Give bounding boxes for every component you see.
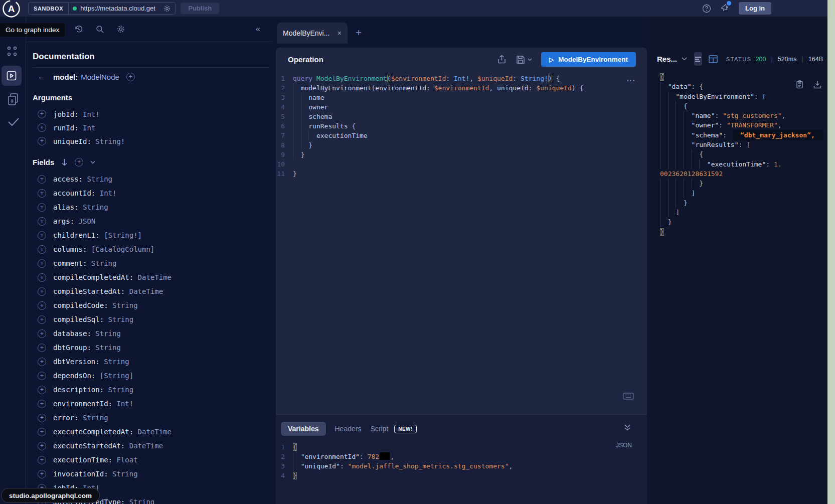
field-row[interactable]: +error: String [26, 411, 272, 425]
response-size: 164B [808, 56, 823, 63]
field-row[interactable]: +comment: String [26, 256, 272, 270]
tab-close-icon[interactable]: × [333, 29, 342, 37]
variables-editor[interactable]: 1{2"environmentId": 782,3"uniqueId": "mo… [276, 442, 647, 480]
back-arrow-icon[interactable]: ← [38, 72, 46, 81]
explorer-nav-item[interactable] [2, 66, 22, 86]
field-row[interactable]: +executionTime: Float [26, 453, 272, 467]
schema-nav-item[interactable] [6, 92, 20, 107]
share-icon[interactable] [497, 55, 506, 64]
field-row[interactable]: +args: JSON [26, 214, 272, 228]
add-field-icon[interactable]: + [38, 301, 46, 310]
fields-title: Fields [33, 158, 54, 166]
field-type: String [108, 301, 138, 309]
field-row[interactable]: +access: String [26, 172, 272, 186]
tab-headers[interactable]: Headers [335, 425, 362, 433]
field-row[interactable]: +compileStartedAt: DateTime [26, 284, 272, 298]
collapse-panel-icon[interactable]: « [256, 24, 259, 34]
apollo-logo[interactable]: A [2, 0, 21, 19]
add-field-icon[interactable]: + [38, 470, 46, 478]
add-field-icon[interactable]: + [38, 217, 46, 226]
add-field-icon[interactable]: + [38, 372, 46, 380]
add-field-icon[interactable]: + [38, 287, 46, 296]
add-to-query-icon[interactable]: + [126, 73, 135, 81]
table-view-toggle[interactable] [709, 55, 718, 63]
field-row[interactable]: +invocationId: String [26, 467, 272, 481]
search-icon[interactable] [95, 25, 104, 34]
query-editor[interactable]: ⋯ 1query ModelByEnvironment($environment… [276, 71, 647, 179]
login-button[interactable]: Log in [739, 2, 771, 15]
chevron-down-icon[interactable] [90, 160, 95, 164]
field-row[interactable]: +description: String [26, 383, 272, 397]
field-row[interactable]: +compiledCode: String [26, 298, 272, 312]
add-field-icon[interactable]: + [38, 203, 46, 212]
add-field-icon[interactable]: + [38, 273, 46, 282]
add-field-icon[interactable]: + [38, 414, 46, 422]
history-icon[interactable] [74, 25, 83, 34]
line-number: 10 [276, 159, 293, 169]
checks-nav-item[interactable] [7, 116, 20, 128]
keyboard-shortcuts-icon[interactable] [623, 393, 634, 402]
field-row[interactable]: +executeStartedAt: DateTime [26, 439, 272, 453]
add-field-icon[interactable]: + [38, 123, 46, 132]
field-row[interactable]: +dbtVersion: String [26, 355, 272, 369]
argument-row[interactable]: +uniqueId: String! [26, 134, 272, 148]
field-row[interactable]: +executeCompletedAt: DateTime [26, 425, 272, 439]
add-field-icon[interactable]: + [38, 428, 46, 436]
endpoint-settings-gear-icon[interactable] [163, 5, 171, 13]
add-field-icon[interactable]: + [38, 137, 46, 145]
save-icon[interactable] [516, 55, 525, 64]
add-field-icon[interactable]: + [38, 245, 46, 254]
add-field-icon[interactable]: + [38, 231, 46, 240]
add-field-icon[interactable]: + [38, 400, 46, 408]
endpoint-url[interactable]: https://metadata.cloud.get [80, 5, 159, 12]
add-field-icon[interactable]: + [38, 329, 46, 338]
collapse-section-icon[interactable] [624, 424, 631, 433]
add-field-icon[interactable]: + [38, 259, 46, 268]
add-field-icon[interactable]: + [38, 386, 46, 394]
field-row[interactable]: +alias: String [26, 200, 272, 214]
sort-arrow-icon[interactable] [61, 158, 68, 166]
line-number: 3 [276, 93, 293, 102]
breadcrumb-type-link[interactable]: ModelNode [81, 73, 119, 81]
field-row[interactable]: +childrenL1: [String!] [26, 228, 272, 242]
add-field-icon[interactable]: + [38, 110, 46, 118]
new-tab-button[interactable]: + [356, 27, 362, 39]
argument-row[interactable]: +jobId: Int! [26, 107, 272, 121]
response-dropdown-chevron-icon[interactable] [682, 57, 687, 61]
help-icon[interactable] [702, 4, 711, 13]
field-row[interactable]: +database: String [26, 326, 272, 341]
field-row[interactable]: +columns: [CatalogColumn] [26, 242, 272, 256]
settings-gear-icon[interactable] [116, 25, 125, 34]
argument-row[interactable]: +runId: Int [26, 121, 272, 134]
download-response-icon[interactable] [813, 80, 821, 89]
field-row[interactable]: +environmentId: Int! [26, 397, 272, 411]
field-type: Int! [112, 400, 133, 408]
tab-variables[interactable]: Variables [281, 422, 326, 436]
field-row[interactable]: +compiledSql: String [26, 312, 272, 326]
endpoint-url-box[interactable]: https://metadata.cloud.get [69, 3, 175, 14]
add-field-icon[interactable]: + [38, 189, 46, 198]
sandbox-badge: SANDBOX [29, 3, 69, 14]
add-field-icon[interactable]: + [38, 456, 46, 464]
add-field-icon[interactable]: + [38, 175, 46, 184]
copy-response-icon[interactable] [796, 80, 803, 89]
add-field-icon[interactable]: + [38, 358, 46, 366]
add-field-icon[interactable]: + [38, 442, 46, 450]
graph-index-icon[interactable] [6, 45, 19, 58]
add-field-icon[interactable]: + [38, 344, 46, 352]
raw-view-toggle[interactable] [694, 52, 702, 66]
editor-more-menu-icon[interactable]: ⋯ [626, 75, 635, 86]
announcements-icon[interactable] [720, 3, 730, 14]
operation-tab[interactable]: ModelByEnvi... × [277, 23, 348, 44]
tab-script[interactable]: Script [370, 425, 388, 433]
save-dropdown-chevron-icon[interactable] [528, 58, 532, 61]
field-row[interactable]: +dbtGroup: String [26, 341, 272, 355]
field-row[interactable]: +compileCompletedAt: DateTime [26, 270, 272, 284]
publish-button[interactable]: Publish [181, 3, 219, 14]
field-row[interactable]: +accountId: Int! [26, 186, 272, 200]
field-row[interactable]: +dependsOn: [String] [26, 369, 272, 383]
add-field-icon[interactable]: + [38, 315, 46, 324]
add-all-fields-icon[interactable]: + [75, 158, 83, 166]
line-number: 1 [276, 442, 293, 452]
run-operation-button[interactable]: ▷ ModelByEnvironment [541, 52, 636, 67]
